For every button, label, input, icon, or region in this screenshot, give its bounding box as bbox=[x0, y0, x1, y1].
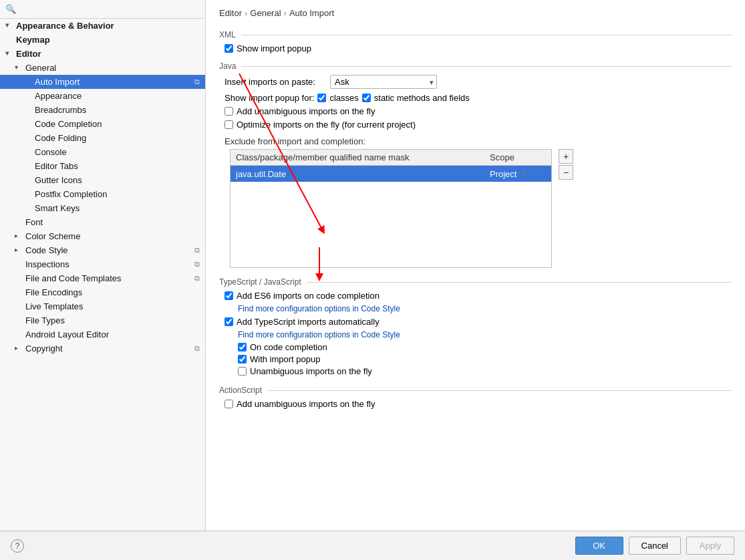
ok-button[interactable]: OK bbox=[575, 537, 623, 555]
table-row-empty-4 bbox=[231, 246, 551, 267]
sidebar-item-breadcrumbs[interactable]: Breadcrumbs bbox=[0, 103, 205, 117]
static-methods-label: static methods and fields bbox=[374, 93, 470, 103]
add-unambiguous-label: Add unambiguous imports on the fly bbox=[237, 106, 375, 116]
sidebar-label-inspections: Inspections bbox=[25, 259, 69, 269]
as-unambiguous-row: Add unambiguous imports on the fly bbox=[225, 399, 732, 409]
sidebar-item-console[interactable]: Console bbox=[0, 145, 205, 159]
add-ts-auto-label: Add TypeScript imports automatically bbox=[237, 317, 380, 327]
code-style-link-ts[interactable]: Code Style bbox=[361, 330, 400, 339]
add-es6-row: Add ES6 imports on code completion bbox=[225, 291, 732, 301]
sidebar-item-code-folding[interactable]: Code Folding bbox=[0, 131, 205, 145]
row-name: java.util.Date bbox=[231, 166, 484, 182]
help-button[interactable]: ? bbox=[11, 539, 24, 553]
on-completion-checkbox[interactable] bbox=[238, 343, 247, 352]
tree-spacer-code-completion bbox=[24, 120, 33, 129]
sidebar-item-code-completion[interactable]: Code Completion bbox=[0, 117, 205, 131]
breadcrumb-general[interactable]: General bbox=[250, 8, 281, 18]
sidebar-label-auto-import: Auto Import bbox=[35, 77, 80, 87]
insert-imports-label: Insert imports on paste: bbox=[225, 77, 325, 87]
main-content: Editor › General › Auto Import XML Show … bbox=[206, 0, 745, 531]
sidebar-label-font: Font bbox=[25, 217, 43, 227]
static-methods-checkbox[interactable] bbox=[362, 94, 371, 102]
sidebar-item-android-layout-editor[interactable]: Android Layout Editor bbox=[0, 327, 205, 341]
cancel-button[interactable]: Cancel bbox=[629, 537, 681, 555]
tree-spacer-postfix-completion bbox=[24, 190, 33, 199]
sidebar-item-color-scheme[interactable]: ▸Color Scheme bbox=[0, 229, 205, 243]
show-import-popup-checkbox[interactable] bbox=[225, 44, 233, 53]
as-unambiguous-checkbox[interactable] bbox=[225, 400, 233, 408]
col-scope-header: Scope bbox=[484, 150, 551, 166]
with-import-popup-row: With import popup bbox=[238, 354, 732, 364]
table-row-empty-1 bbox=[231, 182, 551, 203]
tree-arrow-general: ▾ bbox=[15, 63, 24, 73]
unambiguous-ts-label: Unambiguous imports on the fly bbox=[250, 366, 372, 376]
add-es6-checkbox[interactable] bbox=[225, 291, 233, 300]
sidebar-item-appearance-behavior[interactable]: ▾Appearance & Behavior bbox=[0, 19, 205, 33]
breadcrumb-editor[interactable]: Editor bbox=[219, 8, 242, 18]
sidebar-item-font[interactable]: Font bbox=[0, 215, 205, 229]
sidebar-item-file-types[interactable]: File Types bbox=[0, 313, 205, 327]
sidebar-item-file-code-templates[interactable]: File and Code Templates⧉ bbox=[0, 271, 205, 285]
typescript-section-label: TypeScript / JavaScript bbox=[219, 277, 732, 287]
exclude-label: Exclude from import and completion: bbox=[225, 136, 732, 146]
find-more-ts-link-row[interactable]: Find more configuration options in Code … bbox=[238, 330, 732, 339]
sidebar-item-gutter-icons[interactable]: Gutter Icons bbox=[0, 173, 205, 187]
sidebar-item-live-templates[interactable]: Live Templates bbox=[0, 299, 205, 313]
sidebar-item-editor-tabs[interactable]: Editor Tabs bbox=[0, 159, 205, 173]
code-style-link-es6[interactable]: Code Style bbox=[361, 304, 400, 313]
tree-arrow-appearance-behavior: ▾ bbox=[5, 21, 15, 31]
sidebar: 🔍 ▾Appearance & BehaviorKeymap▾Editor▾Ge… bbox=[0, 0, 206, 531]
add-unambiguous-checkbox[interactable] bbox=[225, 107, 233, 116]
breadcrumb-sep-1: › bbox=[245, 8, 247, 18]
sidebar-item-appearance[interactable]: Appearance bbox=[0, 89, 205, 103]
with-import-popup-label: With import popup bbox=[250, 354, 321, 364]
exclude-table: Class/package/member qualified name mask… bbox=[231, 150, 551, 267]
add-ts-auto-checkbox[interactable] bbox=[225, 317, 233, 326]
table-buttons: + − bbox=[559, 149, 573, 180]
tree-spacer-auto-import bbox=[24, 78, 33, 87]
show-import-popup-label: Show import popup bbox=[237, 43, 311, 53]
tree-spacer-appearance bbox=[24, 92, 33, 101]
sidebar-label-smart-keys: Smart Keys bbox=[35, 203, 80, 213]
tree-spacer-editor-tabs bbox=[24, 162, 33, 171]
apply-button[interactable]: Apply bbox=[686, 537, 734, 555]
copy-icon-code-style: ⧉ bbox=[194, 246, 200, 255]
tree-arrow-copyright: ▸ bbox=[15, 344, 24, 354]
sidebar-item-smart-keys[interactable]: Smart Keys bbox=[0, 201, 205, 215]
sidebar-item-copyright[interactable]: ▸Copyright⧉ bbox=[0, 341, 205, 356]
tree-spacer-file-encodings bbox=[15, 288, 24, 297]
row-scope: Project ▾ bbox=[484, 166, 551, 182]
sidebar-item-inspections[interactable]: Inspections⧉ bbox=[0, 257, 205, 271]
show-popup-for-row: Show import popup for: classes static me… bbox=[225, 93, 732, 103]
insert-imports-select[interactable]: Ask Always Never bbox=[330, 75, 437, 89]
sidebar-item-general[interactable]: ▾General bbox=[0, 61, 205, 75]
scope-dropdown-btn[interactable]: ▾ bbox=[518, 168, 530, 179]
sidebar-item-postfix-completion[interactable]: Postfix Completion bbox=[0, 187, 205, 201]
sidebar-item-keymap[interactable]: Keymap bbox=[0, 33, 205, 47]
sidebar-item-file-encodings[interactable]: File Encodings bbox=[0, 285, 205, 299]
remove-row-button[interactable]: − bbox=[559, 165, 573, 180]
tree-spacer-android-layout-editor bbox=[15, 330, 24, 339]
classes-checkbox[interactable] bbox=[317, 94, 326, 102]
sidebar-label-editor: Editor bbox=[16, 49, 41, 59]
optimize-imports-checkbox[interactable] bbox=[225, 120, 233, 129]
find-more-es6-link-row[interactable]: Find more configuration options in Code … bbox=[238, 304, 732, 313]
search-bar: 🔍 bbox=[0, 0, 205, 19]
tree-spacer-font bbox=[15, 218, 24, 227]
add-row-button[interactable]: + bbox=[559, 149, 573, 164]
show-import-popup-row: Show import popup bbox=[225, 43, 732, 53]
sidebar-label-appearance-behavior: Appearance & Behavior bbox=[16, 21, 114, 31]
tree-arrow-color-scheme: ▸ bbox=[15, 232, 24, 241]
tree-spacer-breadcrumbs bbox=[24, 106, 33, 115]
sidebar-label-android-layout-editor: Android Layout Editor bbox=[25, 329, 109, 339]
with-import-popup-checkbox[interactable] bbox=[238, 355, 247, 364]
sidebar-item-code-style[interactable]: ▸Code Style⧉ bbox=[0, 243, 205, 257]
sidebar-item-auto-import[interactable]: Auto Import⧉ bbox=[0, 75, 205, 89]
tree-spacer-live-templates bbox=[15, 302, 24, 311]
unambiguous-ts-checkbox[interactable] bbox=[238, 367, 247, 376]
breadcrumb: Editor › General › Auto Import bbox=[206, 0, 745, 23]
table-row[interactable]: java.util.Date Project ▾ bbox=[231, 166, 551, 182]
search-input[interactable] bbox=[19, 4, 200, 14]
copy-icon-copyright: ⧉ bbox=[194, 344, 200, 353]
sidebar-item-editor[interactable]: ▾Editor bbox=[0, 47, 205, 61]
